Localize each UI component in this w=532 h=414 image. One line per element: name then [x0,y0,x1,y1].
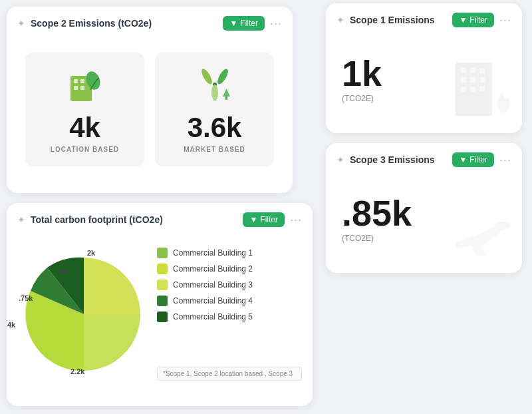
svg-rect-14 [461,68,466,73]
scope1-filter-button[interactable]: ▼ Filter [452,13,494,27]
chart-header: ✦ Total carbon footprint (tCO2e) ▼ Filte… [7,203,313,232]
drag-icon-s1: ✦ [336,15,344,25]
filter-icon-s1: ▼ [459,15,467,25]
scope1-header: ✦ Scope 1 Emissions ▼ Filter ··· [326,3,522,33]
legend-swatch [157,248,168,258]
scope2-actions: ▼ Filter ··· [223,16,282,31]
scope1-more-button[interactable]: ··· [499,13,511,27]
scope1-value: 1k [342,55,382,91]
scope3-value-block: .85k (TCO2E) [342,195,412,243]
scope1-bg-illustration [449,49,515,125]
svg-point-23 [494,222,510,230]
filter-icon-s3: ▼ [459,155,467,164]
svg-rect-19 [479,77,485,83]
legend-swatch [157,311,168,322]
scope1-actions: ▼ Filter ··· [452,13,511,27]
scope2-header: ✦ Scope 2 Emissions (tCO2e) ▼ Filter ··· [7,7,293,36]
legend-label: Commercial Building 1 [173,248,253,258]
chart-actions: ▼ Filter ··· [243,212,302,227]
legend-swatch [157,280,168,290]
legend-item: Commercial Building 1 [157,248,302,258]
svg-marker-12 [223,89,230,97]
scope3-header: ✦ Scope 3 Emissions ▼ Filter ··· [326,143,522,172]
drag-icon-s3: ✦ [336,154,344,165]
svg-rect-21 [470,87,475,92]
scope3-card: ✦ Scope 3 Emissions ▼ Filter ··· .85k (T… [326,143,522,273]
svg-rect-16 [479,68,485,73]
location-value: 4k [69,114,100,142]
chart-legend: Commercial Building 1 Commercial Buildin… [157,248,302,322]
location-label: LOCATION BASED [51,146,119,153]
market-label: MARKET BASED [184,146,245,153]
scope2-card: ✦ Scope 2 Emissions (tCO2e) ▼ Filter ··· [7,7,293,193]
scope3-actions: ▼ Filter ··· [452,152,511,167]
scope1-title: Scope 1 Emissions [350,15,435,25]
legend-and-note: Commercial Building 1 Commercial Buildin… [157,248,302,381]
svg-point-8 [200,67,214,86]
svg-rect-4 [80,86,84,90]
legend-item: Commercial Building 3 [157,280,302,290]
pie-chart: 2k .5k .75k 4k 2.2k [17,248,150,381]
scope3-unit: (TCO2E) [342,234,412,243]
market-based-metric: 3.6k MARKET BASED [155,53,274,166]
svg-rect-3 [74,86,78,90]
chart-title: Total carbon footprint (tCO2e) [31,214,163,225]
svg-rect-2 [80,79,84,83]
chart-content: 2k .5k .75k 4k 2.2k Commercial Building … [7,232,313,402]
filter-icon: ▼ [229,19,237,28]
legend-swatch [157,264,168,274]
svg-point-10 [211,85,218,101]
scope2-content: 4k LOCATION BASED [7,36,293,189]
svg-rect-15 [470,68,475,73]
label-4k: 4k [7,321,15,329]
scope3-title: Scope 3 Emissions [350,154,435,165]
location-based-metric: 4k LOCATION BASED [25,53,144,166]
market-value: 3.6k [188,114,242,142]
scope3-bg-illustration [449,209,515,265]
legend-label: Commercial Building 5 [173,312,253,321]
scope2-filter-button[interactable]: ▼ Filter [223,16,265,31]
drag-icon: ✦ [17,18,25,29]
chart-note: *Scope 1, Scope 2 location based , Scope… [157,367,302,381]
legend-label: Commercial Building 3 [173,280,253,290]
scope1-unit: (TCO2E) [342,94,382,103]
scope2-more-button[interactable]: ··· [270,17,282,31]
scope1-content: 1k (TCO2E) [326,33,522,132]
scope2-title: Scope 2 Emissions (tCO2e) [31,18,152,29]
chart-more-button[interactable]: ··· [290,213,302,227]
filter-icon-chart: ▼ [249,215,257,224]
scope3-value: .85k [342,195,412,231]
legend-label: Commercial Building 4 [173,296,253,306]
drag-icon-chart: ✦ [17,214,25,225]
scope3-more-button[interactable]: ··· [499,153,511,167]
svg-rect-1 [74,79,78,83]
svg-rect-17 [461,77,466,83]
legend-item: Commercial Building 2 [157,264,302,274]
svg-point-9 [215,67,230,86]
windmill-icon [195,66,235,108]
scope1-card: ✦ Scope 1 Emissions ▼ Filter ··· 1k (TCO… [326,3,522,133]
legend-item: Commercial Building 4 [157,296,302,306]
building-icon [65,66,105,108]
svg-rect-18 [470,77,475,83]
scope3-filter-button[interactable]: ▼ Filter [452,152,494,167]
svg-rect-20 [461,87,466,92]
chart-filter-button[interactable]: ▼ Filter [243,212,285,227]
chart-card: ✦ Total carbon footprint (tCO2e) ▼ Filte… [7,203,313,406]
legend-item: Commercial Building 5 [157,311,302,322]
scope3-content: .85k (TCO2E) [326,172,522,272]
svg-rect-22 [479,87,485,92]
legend-label: Commercial Building 2 [173,264,253,274]
scope1-value-block: 1k (TCO2E) [342,55,382,103]
legend-swatch [157,296,168,306]
